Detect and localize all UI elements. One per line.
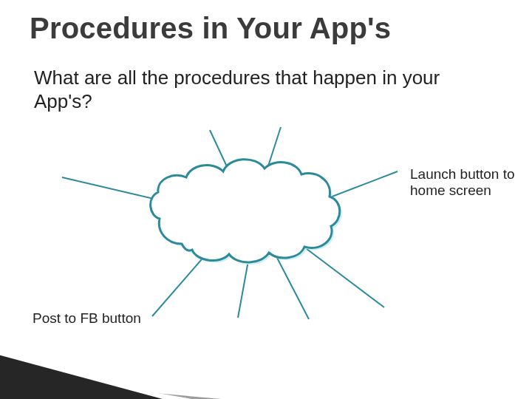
slide: Procedures in Your App's What are all th… — [0, 0, 532, 399]
label-post-fb: Post to FB button — [33, 310, 141, 327]
label-launch-button: Launch button to home screen — [410, 166, 528, 200]
cloud-icon — [151, 160, 340, 262]
brainstorm-diagram — [0, 0, 532, 399]
